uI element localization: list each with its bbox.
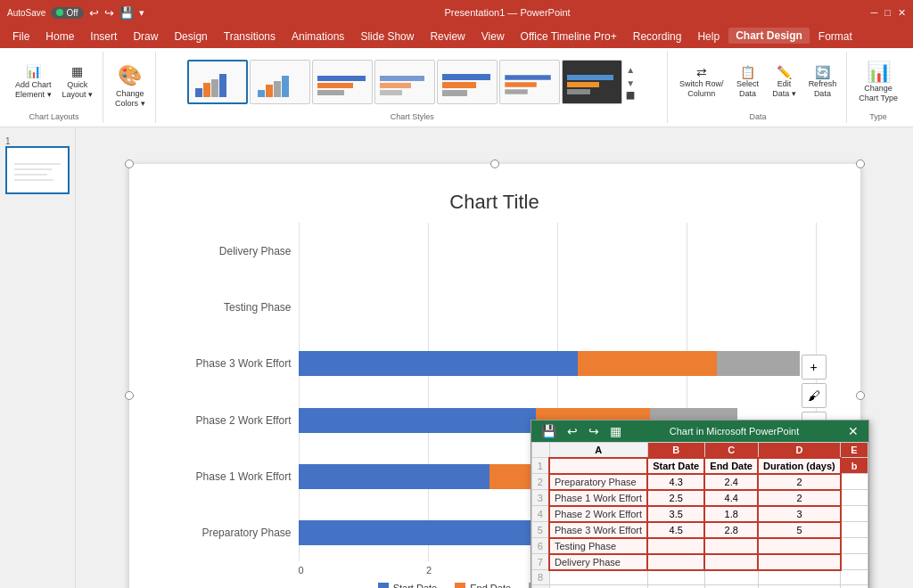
dt-cell-4e[interactable]	[841, 506, 868, 522]
dt-cell-5c[interactable]: 2.8	[704, 522, 758, 538]
dt-cell-1b[interactable]: Start Date	[647, 458, 704, 474]
dt-undo-icon[interactable]: ↩	[564, 424, 580, 438]
dt-cell-2e[interactable]	[841, 474, 868, 490]
styles-scroll-expand[interactable]: ⬛	[624, 90, 637, 102]
handle-tm[interactable]	[490, 159, 499, 168]
dt-save-icon[interactable]: 💾	[539, 424, 559, 438]
redo-icon[interactable]: ↪	[104, 6, 114, 20]
dt-cell-8e[interactable]	[841, 570, 868, 585]
menu-review[interactable]: Review	[423, 29, 472, 45]
chart-style-7[interactable]	[562, 60, 622, 104]
dt-cell-6e[interactable]	[841, 538, 868, 554]
menu-home[interactable]: Home	[38, 29, 81, 45]
menu-recording[interactable]: Recording	[626, 29, 689, 45]
menu-file[interactable]: File	[5, 29, 37, 45]
slide-thumbnail[interactable]	[5, 146, 70, 194]
dt-cell-4c[interactable]: 1.8	[704, 506, 758, 522]
quick-layout-button[interactable]: ▦ QuickLayout ▾	[58, 61, 98, 102]
dt-cell-7e[interactable]	[841, 554, 868, 570]
styles-scroll-down[interactable]: ▼	[624, 77, 637, 90]
menu-format[interactable]: Format	[811, 29, 860, 45]
dt-cell-3e[interactable]	[841, 490, 868, 506]
dt-col-header-c[interactable]: C	[704, 442, 758, 458]
chart-style-4[interactable]	[374, 60, 435, 104]
dt-cell-3b[interactable]: 2.5	[647, 490, 704, 506]
dt-cell-2d[interactable]: 2	[758, 474, 841, 490]
dt-cell-2b[interactable]: 4.3	[647, 474, 704, 490]
dt-cell-2a[interactable]: Preparatory Phase	[549, 474, 647, 490]
slide-canvas[interactable]: Chart Title Delivery Phase Testing Phase…	[129, 164, 860, 588]
handle-tr[interactable]	[856, 159, 865, 168]
dt-cell-2c[interactable]: 2.4	[704, 474, 758, 490]
chart-style-2[interactable]	[250, 60, 310, 104]
dt-cell-9d[interactable]	[758, 585, 841, 589]
menu-transitions[interactable]: Transitions	[217, 29, 283, 45]
dt-cell-3a[interactable]: Phase 1 Work Effort	[549, 490, 647, 506]
dt-cell-7d[interactable]	[758, 554, 841, 570]
dt-cell-1e[interactable]: b	[841, 458, 868, 474]
edit-data-button[interactable]: ✏️ EditData ▾	[768, 62, 802, 102]
dt-cell-6a[interactable]: Testing Phase	[549, 538, 647, 554]
menu-office-timeline[interactable]: Office Timeline Pro+	[514, 29, 624, 45]
refresh-data-button[interactable]: 🔄 RefreshData	[804, 62, 842, 102]
dt-col-header-b[interactable]: B	[647, 442, 704, 458]
handle-mr[interactable]	[856, 391, 865, 400]
dt-col-header-d[interactable]: D	[758, 442, 841, 458]
chart-style-3[interactable]	[312, 60, 373, 104]
dt-cell-5d[interactable]: 5	[758, 522, 841, 538]
dt-redo-icon[interactable]: ↪	[586, 424, 602, 438]
dt-cell-1d[interactable]: Duration (days)	[758, 458, 841, 474]
dt-cell-4b[interactable]: 3.5	[647, 506, 704, 522]
menu-design[interactable]: Design	[167, 29, 214, 45]
dt-cell-1a[interactable]	[549, 458, 647, 474]
add-chart-element-button[interactable]: 📊 Add ChartElement ▾	[11, 61, 56, 102]
dt-grid-icon[interactable]: ▦	[607, 424, 624, 438]
chart-style-6[interactable]	[499, 60, 560, 104]
switch-row-column-button[interactable]: ⇄ Switch Row/Column	[675, 62, 728, 102]
select-data-button[interactable]: 📋 SelectData	[731, 62, 765, 102]
dt-cell-5e[interactable]	[841, 522, 868, 538]
dt-cell-9e[interactable]	[841, 585, 868, 589]
dt-cell-5b[interactable]: 4.5	[647, 522, 704, 538]
chart-add-tool[interactable]: +	[802, 355, 827, 380]
menu-insert[interactable]: Insert	[83, 29, 124, 45]
change-colors-button[interactable]: 🎨 ChangeColors ▾	[111, 61, 150, 111]
dt-cell-3d[interactable]: 2	[758, 490, 841, 506]
restore-icon[interactable]: □	[884, 7, 891, 19]
dt-cell-4d[interactable]: 3	[758, 506, 841, 522]
chart-style-1[interactable]	[187, 60, 248, 104]
chart-style-5[interactable]	[437, 60, 498, 104]
autosave-badge[interactable]: Off	[51, 7, 83, 19]
dt-cell-7b[interactable]	[647, 554, 704, 570]
dt-cell-9b[interactable]	[647, 585, 704, 589]
save-icon[interactable]: 💾	[119, 6, 134, 20]
dt-col-header-a[interactable]: A	[549, 442, 647, 458]
dt-cell-7a[interactable]: Delivery Phase	[549, 554, 647, 570]
handle-ml[interactable]	[125, 391, 134, 400]
dt-cell-8d[interactable]	[758, 570, 841, 585]
handle-tl[interactable]	[125, 159, 134, 168]
dt-cell-8c[interactable]	[704, 570, 758, 585]
dt-cell-9c[interactable]	[704, 585, 758, 589]
dt-col-header-e[interactable]: E	[841, 442, 868, 458]
menu-slideshow[interactable]: Slide Show	[353, 29, 421, 45]
menu-chart-design[interactable]: Chart Design	[728, 28, 810, 45]
dt-cell-8b[interactable]	[647, 570, 704, 585]
menu-animations[interactable]: Animations	[284, 29, 351, 45]
menu-draw[interactable]: Draw	[126, 29, 165, 45]
chart-style-tool[interactable]: 🖌	[802, 383, 827, 408]
styles-scroll-up[interactable]: ▲	[624, 63, 637, 77]
dt-cell-5a[interactable]: Phase 3 Work Effort	[549, 522, 647, 538]
dt-cell-4a[interactable]: Phase 2 Work Effort	[549, 506, 647, 522]
dt-cell-6b[interactable]	[647, 538, 704, 554]
dt-cell-7c[interactable]	[704, 554, 758, 570]
dt-cell-6c[interactable]	[704, 538, 758, 554]
menu-view[interactable]: View	[474, 29, 512, 45]
change-chart-type-button[interactable]: 📊 ChangeChart Type	[854, 58, 902, 106]
dt-cell-1c[interactable]: End Date	[704, 458, 758, 474]
dt-cell-3c[interactable]: 4.4	[704, 490, 758, 506]
dt-close-icon[interactable]: ✕	[845, 424, 861, 438]
close-icon[interactable]: ✕	[898, 7, 906, 19]
menu-help[interactable]: Help	[690, 29, 727, 45]
dt-cell-8a[interactable]	[549, 570, 647, 585]
